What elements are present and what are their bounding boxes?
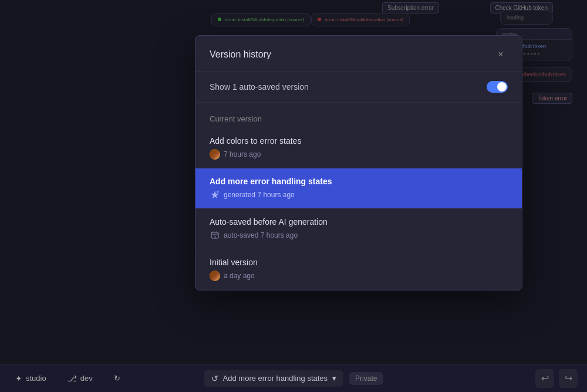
- version-title-autosave: Auto-saved before AI generation: [210, 217, 508, 227]
- version-title-colors: Add colors to error states: [210, 136, 508, 146]
- version-history-label[interactable]: ↺ Add more error handling states ▾: [204, 370, 343, 387]
- version-time-initial: a day ago: [224, 272, 255, 280]
- studio-icon: ✦: [15, 374, 22, 383]
- dev-tab-label: dev: [80, 374, 93, 383]
- version-meta-error-handling: generated 7 hours ago: [210, 190, 508, 200]
- dev-tab[interactable]: ⎇ dev: [62, 370, 99, 387]
- bottom-bar: ✦ studio ⎇ dev ↻ ↺ Add more error handli…: [0, 364, 587, 392]
- dev-icon: ⎇: [68, 374, 77, 383]
- version-item-autosave[interactable]: Auto-saved before AI generation auto-sav…: [195, 209, 522, 249]
- bottom-left-tabs: ✦ studio ⎇ dev ↻: [0, 370, 126, 387]
- undo-icon: ↩: [541, 373, 549, 384]
- version-item-initial[interactable]: Initial version a day ago: [195, 249, 522, 290]
- version-meta-colors: 7 hours ago: [210, 149, 508, 160]
- version-title-initial: Initial version: [210, 258, 508, 267]
- modal-close-button[interactable]: ×: [494, 48, 508, 62]
- ai-generated-icon: [210, 190, 220, 200]
- avatar-colors: [210, 149, 220, 160]
- refresh-icon: ↻: [114, 374, 120, 383]
- version-item-error-handling[interactable]: Add more error handling states generated…: [195, 168, 522, 209]
- redo-button[interactable]: ↪: [559, 369, 578, 388]
- version-meta-autosave: auto-saved 7 hours ago: [210, 230, 508, 241]
- modal-header: Version history ×: [195, 36, 522, 72]
- version-time-error-handling: generated 7 hours ago: [224, 191, 295, 199]
- private-badge[interactable]: Private: [349, 372, 383, 385]
- version-history-modal: Version history × Show 1 auto-saved vers…: [195, 35, 522, 290]
- version-title-error-handling: Add more error handling states: [210, 177, 508, 186]
- autosave-toggle[interactable]: [487, 81, 508, 93]
- version-item-colors[interactable]: Add colors to error states 7 hours ago: [195, 128, 522, 168]
- version-chevron-icon: ▾: [332, 374, 336, 383]
- bottom-right-nav: ↩ ↪: [535, 369, 587, 388]
- studio-tab[interactable]: ✦ studio: [9, 370, 52, 387]
- toggle-label: Show 1 auto-saved version: [210, 82, 309, 92]
- version-time-colors: 7 hours ago: [224, 150, 261, 158]
- undo-button[interactable]: ↩: [535, 369, 554, 388]
- autosave-icon: [210, 230, 220, 241]
- version-time-autosave: auto-saved 7 hours ago: [224, 231, 298, 239]
- avatar-initial: [210, 271, 220, 281]
- current-version-header: Current version: [195, 103, 522, 128]
- current-version-name: Add more error handling states: [223, 374, 328, 383]
- modal-title: Version history: [210, 49, 271, 60]
- studio-tab-label: studio: [26, 374, 46, 383]
- autosave-toggle-row: Show 1 auto-saved version: [195, 72, 522, 103]
- version-meta-initial: a day ago: [210, 271, 508, 281]
- refresh-button[interactable]: ↻: [108, 370, 126, 386]
- redo-icon: ↪: [565, 373, 572, 384]
- bottom-center-version: ↺ Add more error handling states ▾ Priva…: [204, 370, 383, 387]
- version-history-icon: ↺: [211, 374, 218, 383]
